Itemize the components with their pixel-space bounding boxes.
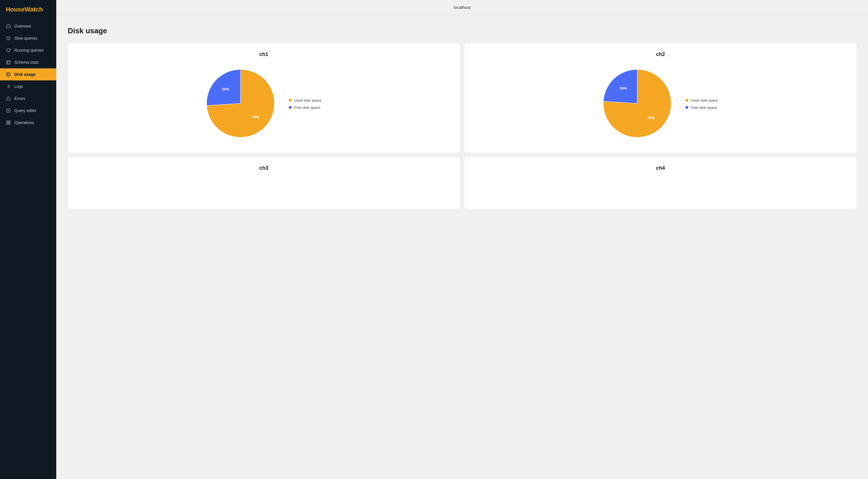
page-title: Disk usage <box>68 26 857 35</box>
sidebar-item-disk-usage[interactable]: Disk usage <box>0 68 56 81</box>
legend-ch1: Used disk spaceFree disk space <box>289 98 321 110</box>
sidebar-item-label: Errors <box>14 96 25 101</box>
chart-card-ch4: ch4 <box>464 157 857 209</box>
edit-icon <box>6 108 11 113</box>
free-label: Free disk space <box>294 106 320 110</box>
svg-rect-17 <box>9 123 10 124</box>
sidebar-item-label: Disk usage <box>14 72 36 77</box>
sidebar-item-slow-queries[interactable]: Slow queries <box>0 32 56 44</box>
grid-icon <box>6 120 11 125</box>
svg-rect-14 <box>7 121 8 122</box>
chart-card-ch1: ch1 74% 26% Used disk spaceFree disk spa… <box>68 43 460 152</box>
legend-ch2: Used disk spaceFree disk space <box>685 98 718 110</box>
svg-rect-15 <box>9 121 10 122</box>
home-icon <box>6 24 11 28</box>
table-icon <box>6 60 11 65</box>
svg-text:26%: 26% <box>222 87 229 91</box>
used-label: Used disk space <box>294 98 321 102</box>
chart-title-ch4: ch4 <box>656 165 665 171</box>
sidebar-item-schema-stats[interactable]: Schema stats <box>0 56 56 68</box>
used-dot <box>289 99 291 102</box>
charts-grid: ch1 74% 26% Used disk spaceFree disk spa… <box>68 43 857 209</box>
chart-title-ch1: ch1 <box>259 51 268 57</box>
list-icon <box>6 84 11 89</box>
chart-title-ch2: ch2 <box>656 51 665 57</box>
sidebar-item-overview[interactable]: Overview <box>0 20 56 32</box>
nav-items: Overview Slow queries Running queries Sc… <box>0 20 56 129</box>
sidebar-item-running-queries[interactable]: Running queries <box>0 44 56 56</box>
sidebar-item-errors[interactable]: Errors <box>0 92 56 104</box>
refresh-icon <box>6 48 11 53</box>
legend-item-used: Used disk space <box>289 98 321 102</box>
chart-area-ch1: 74% 26% Used disk spaceFree disk space <box>76 64 452 143</box>
svg-text:76%: 76% <box>648 116 655 120</box>
pie-chart-ch2: 76% 24% <box>603 69 672 139</box>
svg-point-4 <box>7 72 10 74</box>
sidebar-item-label: Schema stats <box>14 60 39 65</box>
header: localhost <box>56 0 868 15</box>
sidebar-item-operations[interactable]: Operations <box>0 117 56 129</box>
app-logo: HouseWatch <box>0 0 56 20</box>
sidebar-item-label: Operations <box>14 120 34 125</box>
legend-item-used: Used disk space <box>685 98 718 102</box>
legend-item-free: Free disk space <box>685 106 718 110</box>
chart-card-ch3: ch3 <box>68 157 460 209</box>
main-content: localhost Disk usage ch1 74% 26% Used di… <box>56 0 868 479</box>
free-dot <box>289 106 291 109</box>
content-area: Disk usage ch1 74% 26% Used disk spaceFr… <box>56 15 868 479</box>
sidebar-item-label: Slow queries <box>14 36 37 40</box>
disk-icon <box>6 72 11 77</box>
chart-card-ch2: ch2 76% 24% Used disk spaceFree disk spa… <box>464 43 857 152</box>
sidebar-item-query-editor[interactable]: Query editor <box>0 104 56 117</box>
free-dot <box>685 106 688 109</box>
triangle-icon <box>6 96 11 101</box>
sidebar-item-label: Query editor <box>14 108 36 113</box>
sidebar-item-label: Running queries <box>14 48 43 53</box>
used-dot <box>685 99 688 102</box>
clock-icon <box>6 36 11 40</box>
pie-chart-ch1: 74% 26% <box>206 69 275 139</box>
free-label: Free disk space <box>691 106 717 110</box>
svg-text:24%: 24% <box>620 86 627 90</box>
sidebar-item-logs[interactable]: Logs <box>0 81 56 92</box>
svg-rect-1 <box>7 61 10 64</box>
svg-rect-11 <box>7 109 10 112</box>
chart-title-ch3: ch3 <box>259 165 268 171</box>
header-host: localhost <box>454 5 470 10</box>
used-label: Used disk space <box>691 98 718 102</box>
chart-area-ch2: 76% 24% Used disk spaceFree disk space <box>472 64 848 143</box>
svg-text:74%: 74% <box>252 115 259 119</box>
legend-item-free: Free disk space <box>289 106 321 110</box>
sidebar: HouseWatch Overview Slow queries Running… <box>0 0 56 479</box>
sidebar-item-label: Overview <box>14 24 31 28</box>
svg-rect-16 <box>7 123 8 124</box>
sidebar-item-label: Logs <box>14 84 23 89</box>
